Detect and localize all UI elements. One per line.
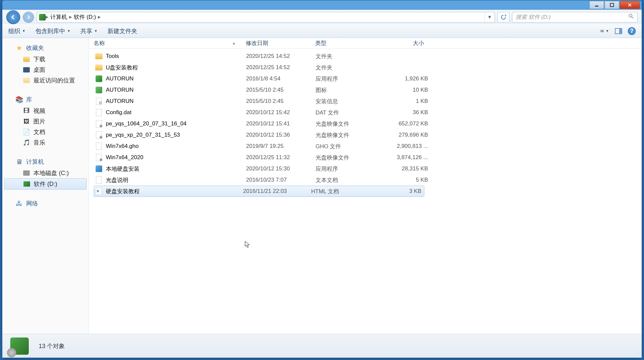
address-bar[interactable]: ▶ 计算机 ▶ 软件 (D:) ▶ ▾ (37, 12, 495, 22)
file-name: Win7x64_2020 (106, 154, 143, 161)
column-header-size[interactable]: 大小 (385, 39, 428, 47)
navigation-bar: ▶ 计算机 ▶ 软件 (D:) ▶ ▾ 搜索 软件 (D:) (2, 10, 642, 24)
file-size: 3 KB (379, 188, 421, 195)
file-row[interactable]: Config.dat2020/10/12 15:42DAT 文件36 KB (94, 107, 642, 118)
minimize-button[interactable] (589, 1, 604, 9)
file-row[interactable]: 本地硬盘安装2020/10/12 15:30应用程序28,315 KB (94, 163, 642, 174)
file-date: 2016/11/21 22:03 (243, 188, 311, 195)
breadcrumb-drive-d[interactable]: 软件 (D:) (72, 13, 98, 21)
svg-rect-5 (600, 30, 601, 31)
column-header-type[interactable]: 类型 (315, 39, 385, 47)
file-type: 图标 (316, 86, 385, 94)
maximize-button[interactable] (605, 1, 619, 9)
file-type-icon (95, 64, 103, 71)
file-type: GHO 文件 (316, 143, 385, 150)
sidebar-libraries[interactable]: 📚 库 (2, 94, 89, 106)
sidebar-favorites[interactable]: ★ 收藏夹 (2, 42, 89, 54)
file-type-icon (95, 176, 103, 184)
file-type-icon (95, 120, 103, 127)
file-type: 应用程序 (316, 165, 385, 173)
file-row[interactable]: AUTORUN2016/1/8 4:54应用程序1,926 KB (94, 73, 642, 84)
sidebar-computer[interactable]: 🖥 计算机 (2, 156, 89, 168)
file-date: 2020/10/12 15:41 (246, 120, 316, 127)
help-button[interactable]: ? (628, 27, 636, 35)
sidebar-item-documents[interactable]: 📄 文档 (2, 127, 89, 137)
file-size: 3,874,126 ... (385, 154, 428, 161)
include-in-library-menu[interactable]: 包含到库中▼ (35, 27, 70, 35)
sidebar-item-music[interactable]: 🎵 音乐 (2, 137, 89, 148)
command-bar: 组织▼ 包含到库中▼ 共享▼ 新建文件夹 ▼ ? (2, 24, 642, 38)
refresh-button[interactable] (497, 12, 509, 22)
sidebar-item-downloads[interactable]: 下载 (2, 54, 89, 65)
file-size: 279,696 KB (385, 132, 428, 138)
file-type-icon (95, 98, 103, 105)
forward-button[interactable] (23, 12, 34, 23)
sidebar-item-desktop[interactable]: 桌面 (2, 65, 89, 75)
file-type: 文件夹 (316, 64, 385, 71)
file-row[interactable]: Win7x64_20202020/12/25 11:32光盘映像文件3,874,… (94, 152, 642, 163)
breadcrumb-computer[interactable]: 计算机 (48, 13, 69, 21)
titlebar (2, 0, 642, 10)
file-row[interactable]: AUTORUN2015/5/10 2:45安装信息1 KB (94, 96, 642, 107)
file-row[interactable]: AUTORUN2015/5/10 2:45图标10 KB (94, 84, 642, 96)
computer-icon: 🖥 (16, 158, 23, 165)
file-name: 本地硬盘安装 (106, 165, 140, 173)
file-row[interactable]: Tools2020/12/25 14:52文件夹 (94, 51, 642, 62)
music-icon: 🎵 (23, 139, 30, 146)
file-name: 光盘说明 (106, 176, 128, 184)
chevron-down-icon: ▼ (67, 29, 70, 33)
file-name: 硬盘安装教程 (106, 188, 140, 195)
file-row[interactable]: pe_yqs_xp_20_07_31_15_532020/10/12 15:36… (94, 129, 642, 141)
file-row[interactable]: U盘安装教程2020/12/25 14:52文件夹 (94, 62, 642, 73)
file-date: 2016/1/8 4:54 (246, 75, 316, 82)
sidebar-item-drive-d[interactable]: 软件 (D:) (4, 178, 87, 190)
file-type-icon (95, 165, 103, 172)
explorer-window: ▶ 计算机 ▶ 软件 (D:) ▶ ▾ 搜索 软件 (D:) 组织▼ 包含到库中… (2, 0, 642, 358)
sidebar-network[interactable]: 🖧 网络 (2, 198, 89, 209)
sidebar-item-pictures[interactable]: 🖼 图片 (2, 116, 89, 127)
downloads-icon (23, 56, 30, 63)
minimize-icon (594, 3, 599, 7)
window-controls (589, 1, 640, 9)
organize-menu[interactable]: 组织▼ (8, 27, 25, 35)
svg-rect-8 (601, 31, 604, 32)
file-size: 28,315 KB (385, 165, 428, 172)
sidebar-item-videos[interactable]: 🎞 视频 (2, 106, 89, 116)
breadcrumb-separator-icon: ▶ (98, 15, 101, 19)
recent-icon (23, 77, 30, 84)
address-dropdown-icon[interactable]: ▾ (485, 12, 494, 22)
back-button[interactable] (6, 10, 20, 24)
sort-ascending-icon: ▲ (232, 41, 236, 45)
sidebar-item-recent[interactable]: 最近访问的位置 (2, 75, 89, 86)
search-input[interactable]: 搜索 软件 (D:) (512, 12, 638, 22)
file-row[interactable]: Win7x64.gho2019/9/7 19:25GHO 文件2,900,813… (94, 141, 642, 152)
search-icon (628, 13, 634, 21)
file-list-area: 名称 ▲ 修改日期 类型 大小 Tools2020/12/25 14:52文件夹… (89, 38, 642, 334)
share-menu[interactable]: 共享▼ (80, 27, 98, 35)
sidebar-item-drive-c[interactable]: 本地磁盘 (C:) (2, 168, 89, 178)
back-arrow-icon (10, 14, 17, 21)
column-header-date[interactable]: 修改日期 (246, 39, 315, 47)
view-options-button[interactable]: ▼ (600, 27, 609, 35)
svg-point-2 (629, 14, 632, 17)
videos-icon: 🎞 (23, 107, 30, 114)
file-type-icon (95, 143, 103, 150)
close-button[interactable] (620, 1, 640, 9)
maximize-icon (610, 3, 614, 7)
preview-pane-button[interactable] (614, 27, 623, 35)
file-type: 应用程序 (316, 75, 385, 83)
file-type-icon (95, 131, 103, 139)
file-size: 10 KB (385, 87, 428, 93)
column-header-name[interactable]: 名称 ▲ (94, 39, 246, 47)
view-list-icon (600, 28, 604, 34)
file-row[interactable]: 光盘说明2016/10/23 7:07文本文档5 KB (94, 174, 642, 186)
refresh-icon (500, 14, 506, 20)
file-row[interactable]: pe_yqs_1064_20_07_31_16_042020/10/12 15:… (94, 118, 642, 129)
documents-icon: 📄 (23, 128, 30, 136)
breadcrumb-separator-icon: ▶ (69, 15, 72, 19)
file-type: 文本文档 (316, 176, 385, 184)
file-row[interactable]: 硬盘安装教程2016/11/21 22:03HTML 文档3 KB (94, 186, 424, 197)
new-folder-button[interactable]: 新建文件夹 (107, 27, 137, 35)
file-type-icon (95, 53, 103, 60)
file-name: Win7x64.gho (106, 143, 139, 150)
